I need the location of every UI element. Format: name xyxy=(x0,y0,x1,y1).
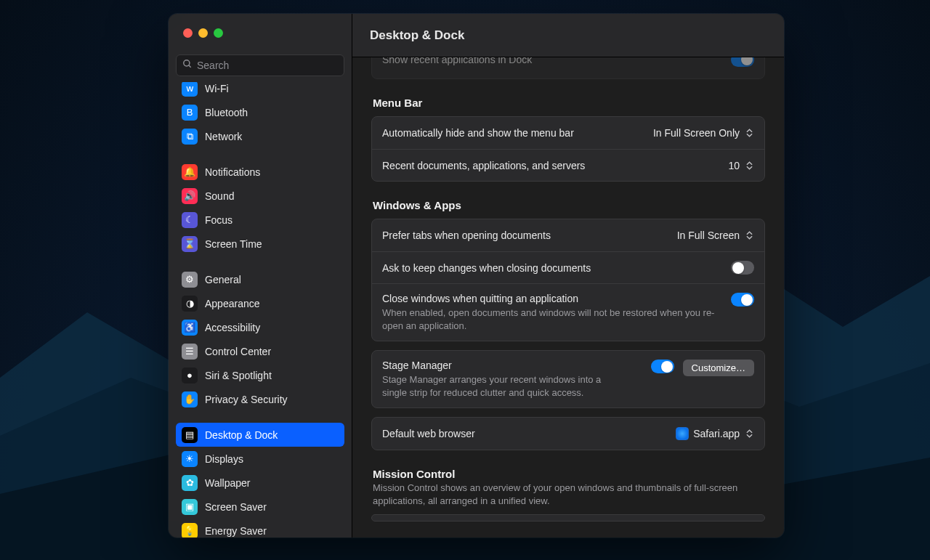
setting-label: Automatically hide and show the menu bar xyxy=(382,127,644,139)
sidebar-item-network[interactable]: ⧉Network xyxy=(176,124,344,148)
sidebar-item-label: Focus xyxy=(205,214,232,226)
sidebar-item-label: Wallpaper xyxy=(205,477,251,489)
sidebar-item-screen-time[interactable]: ⌛Screen Time xyxy=(176,232,344,256)
screen-saver-icon: ▣ xyxy=(182,499,198,515)
sidebar-list: ᴡWi-FiBBluetooth⧉Network🔔Notifications🔊S… xyxy=(169,82,352,537)
sidebar-item-energy-saver[interactable]: 💡Energy Saver xyxy=(176,519,344,537)
dock-card: Show recent applications in Dock xyxy=(371,57,765,79)
section-mission-control: Mission Control xyxy=(373,468,764,480)
sidebar-item-privacy-security[interactable]: ✋Privacy & Security xyxy=(176,387,344,411)
displays-icon: ☀ xyxy=(182,451,198,467)
section-menu-bar: Menu Bar xyxy=(373,97,764,109)
sidebar: ᴡWi-FiBBluetooth⧉Network🔔Notifications🔊S… xyxy=(169,14,352,537)
sidebar-item-label: Displays xyxy=(205,453,243,465)
section-description: Mission Control shows an overview of you… xyxy=(373,482,764,507)
appearance-icon: ◑ xyxy=(182,296,198,312)
chevron-updown-icon xyxy=(744,427,754,440)
window-controls xyxy=(169,14,352,47)
svg-line-1 xyxy=(189,65,191,68)
chevron-updown-icon xyxy=(744,159,754,172)
sidebar-item-label: Screen Saver xyxy=(205,501,267,513)
sidebar-item-desktop-dock[interactable]: ▤Desktop & Dock xyxy=(176,423,344,447)
setting-description: Stage Manager arranges your recent windo… xyxy=(382,373,622,399)
toggle-stage-manager[interactable] xyxy=(651,360,674,373)
toggle-show-recent-apps[interactable] xyxy=(731,57,754,67)
sidebar-item-control-center[interactable]: ☰Control Center xyxy=(176,339,344,363)
minimize-button[interactable] xyxy=(198,28,208,38)
close-button[interactable] xyxy=(183,28,193,38)
control-center-icon: ☰ xyxy=(182,344,198,360)
sidebar-item-label: Appearance xyxy=(205,298,260,309)
sidebar-item-displays[interactable]: ☀Displays xyxy=(176,447,344,471)
mission-control-card xyxy=(371,514,765,522)
wi-fi-icon: ᴡ xyxy=(182,82,198,97)
system-settings-window: ᴡWi-FiBBluetooth⧉Network🔔Notifications🔊S… xyxy=(169,14,784,537)
wallpaper-icon: ✿ xyxy=(182,475,198,491)
setting-label: Stage Manager Stage Manager arranges you… xyxy=(382,360,642,399)
sidebar-item-label: Sound xyxy=(205,190,234,202)
search-field[interactable] xyxy=(176,54,344,76)
popup-default-browser[interactable]: Safari.app xyxy=(676,427,754,440)
sidebar-item-label: Privacy & Security xyxy=(205,394,288,405)
sidebar-item-label: Energy Saver xyxy=(205,525,267,537)
sidebar-item-siri-spotlight[interactable]: ●Siri & Spotlight xyxy=(176,363,344,387)
page-title: Desktop & Dock xyxy=(352,14,784,57)
sidebar-item-label: General xyxy=(205,274,241,285)
sidebar-item-label: Notifications xyxy=(205,166,260,178)
sidebar-item-label: Control Center xyxy=(205,346,271,357)
menu-bar-card: Automatically hide and show the menu bar… xyxy=(371,116,765,182)
privacy-security-icon: ✋ xyxy=(182,391,198,407)
sidebar-item-screen-saver[interactable]: ▣Screen Saver xyxy=(176,495,344,519)
screen-time-icon: ⌛ xyxy=(182,236,198,252)
popup-recent-items[interactable]: 10 xyxy=(728,159,754,172)
settings-scroll[interactable]: Show recent applications in Dock Menu Ba… xyxy=(352,57,784,537)
windows-apps-card: Prefer tabs when opening documents In Fu… xyxy=(371,219,765,341)
sidebar-item-bluetooth[interactable]: BBluetooth xyxy=(176,100,344,124)
stage-manager-card: Stage Manager Stage Manager arranges you… xyxy=(371,350,765,408)
setting-label: Close windows when quitting an applicati… xyxy=(382,293,722,332)
popup-prefer-tabs[interactable]: In Full Screen xyxy=(677,229,754,242)
notifications-icon: 🔔 xyxy=(182,164,198,180)
search-icon xyxy=(182,59,193,72)
popup-auto-hide-menubar[interactable]: In Full Screen Only xyxy=(653,126,754,139)
sound-icon: 🔊 xyxy=(182,188,198,204)
desktop-dock-icon: ▤ xyxy=(182,427,198,443)
default-browser-card: Default web browser Safari.app xyxy=(371,417,765,450)
sidebar-item-label: Network xyxy=(205,131,242,142)
sidebar-item-label: Bluetooth xyxy=(205,107,248,118)
energy-saver-icon: 💡 xyxy=(182,523,198,538)
network-icon: ⧉ xyxy=(182,129,198,145)
sidebar-item-accessibility[interactable]: ♿Accessibility xyxy=(176,315,344,339)
sidebar-item-label: Desktop & Dock xyxy=(205,429,278,441)
setting-description: When enabled, open documents and windows… xyxy=(382,307,722,332)
bluetooth-icon: B xyxy=(182,105,198,121)
setting-label: Prefer tabs when opening documents xyxy=(382,230,668,241)
sidebar-item-label: Screen Time xyxy=(205,238,262,250)
sidebar-item-focus[interactable]: ☾Focus xyxy=(176,208,344,232)
fullscreen-button[interactable] xyxy=(214,28,223,38)
search-input[interactable] xyxy=(197,60,338,71)
sidebar-item-notifications[interactable]: 🔔Notifications xyxy=(176,160,344,184)
main-panel: Desktop & Dock Show recent applications … xyxy=(352,14,784,537)
sidebar-item-general[interactable]: ⚙General xyxy=(176,267,344,291)
chevron-updown-icon xyxy=(744,229,754,242)
sidebar-item-sound[interactable]: 🔊Sound xyxy=(176,184,344,208)
sidebar-item-appearance[interactable]: ◑Appearance xyxy=(176,291,344,315)
safari-icon xyxy=(676,427,689,440)
setting-label: Show recent applications in Dock xyxy=(382,57,722,65)
sidebar-item-wallpaper[interactable]: ✿Wallpaper xyxy=(176,471,344,495)
chevron-updown-icon xyxy=(744,126,754,139)
sidebar-item-label: Siri & Spotlight xyxy=(205,370,272,381)
customize-stage-manager-button[interactable]: Customize… xyxy=(683,360,754,376)
toggle-ask-keep-changes[interactable] xyxy=(731,261,754,275)
sidebar-item-wi-fi[interactable]: ᴡWi-Fi xyxy=(176,82,344,100)
section-windows-apps: Windows & Apps xyxy=(373,199,764,211)
setting-label: Ask to keep changes when closing documen… xyxy=(382,262,722,274)
accessibility-icon: ♿ xyxy=(182,320,198,336)
svg-point-0 xyxy=(184,60,190,66)
sidebar-item-label: Wi-Fi xyxy=(205,83,229,94)
toggle-close-windows-on-quit[interactable] xyxy=(731,293,754,307)
sidebar-item-label: Accessibility xyxy=(205,322,260,333)
setting-label: Recent documents, applications, and serv… xyxy=(382,160,719,171)
setting-label: Default web browser xyxy=(382,428,667,439)
